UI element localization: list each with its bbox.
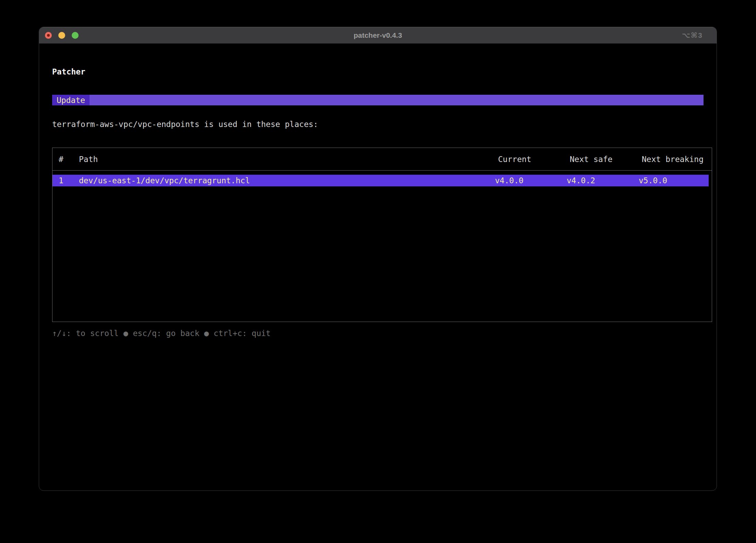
cell-current: v4.0.0 xyxy=(495,176,567,185)
close-button[interactable] xyxy=(45,32,52,39)
column-header-next-safe: Next safe xyxy=(570,155,642,164)
close-button-dot-icon xyxy=(47,34,50,37)
window-title: patcher-v0.4.3 xyxy=(354,31,402,39)
usage-table: # Path Current Next safe Next breaking 1… xyxy=(52,148,712,322)
cell-next-breaking: v5.0.0 xyxy=(639,176,709,185)
tab-bar: Update xyxy=(52,95,704,105)
terminal-content: Patcher Update terraform-aws-vpc/vpc-end… xyxy=(39,67,717,338)
cell-path: dev/us-east-1/dev/vpc/terragrunt.hcl xyxy=(79,176,495,185)
window-titlebar[interactable]: patcher-v0.4.3 ⌥⌘3 xyxy=(39,27,717,44)
cell-num: 1 xyxy=(52,176,79,185)
column-header-num: # xyxy=(52,155,79,164)
traffic-lights xyxy=(45,27,79,43)
column-header-next-breaking: Next breaking xyxy=(642,155,712,164)
minimize-button[interactable] xyxy=(58,32,65,39)
table-header-row: # Path Current Next safe Next breaking xyxy=(52,148,712,171)
tab-update[interactable]: Update xyxy=(52,95,90,105)
table-row[interactable]: 1 dev/us-east-1/dev/vpc/terragrunt.hcl v… xyxy=(52,175,709,186)
app-heading: Patcher xyxy=(52,67,712,77)
column-header-path: Path xyxy=(79,155,498,164)
help-footer: ↑/↓: to scroll ● esc/q: go back ● ctrl+c… xyxy=(52,328,712,338)
column-header-current: Current xyxy=(498,155,570,164)
zoom-button[interactable] xyxy=(72,32,79,39)
window-shortcut-badge: ⌥⌘3 xyxy=(682,27,703,43)
app-window: patcher-v0.4.3 ⌥⌘3 Patcher Update terraf… xyxy=(39,27,717,491)
cell-next-safe: v4.0.2 xyxy=(567,176,639,185)
usage-description: terraform-aws-vpc/vpc-endpoints is used … xyxy=(52,119,712,129)
